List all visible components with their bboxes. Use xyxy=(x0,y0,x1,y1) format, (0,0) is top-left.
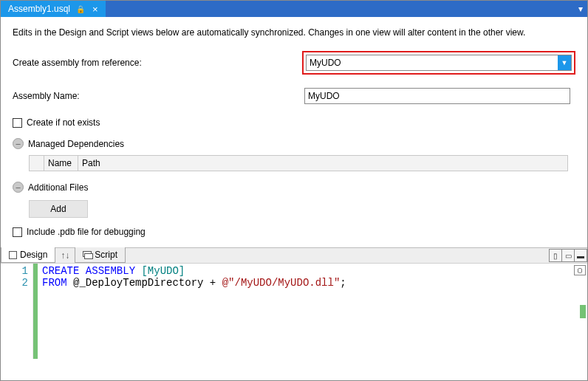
split-layout-buttons: ▯ ▭ ▬ xyxy=(550,248,587,263)
reference-highlight: MyUDO ▼ xyxy=(302,51,575,75)
kw-assembly: ASSEMBLY xyxy=(86,265,135,277)
split-vertical-icon[interactable]: ▯ xyxy=(549,249,562,262)
dependencies-grid-header: Name Path xyxy=(29,155,568,171)
assembly-name-label: Assembly Name: xyxy=(13,91,304,101)
document-tab-active[interactable]: Assembly1.usql 🔒 × xyxy=(1,1,106,17)
lock-icon: 🔒 xyxy=(76,5,85,13)
kw-from: FROM xyxy=(42,277,67,289)
include-pdb-label: Include .pdb file for debugging xyxy=(27,227,146,237)
tab-script[interactable]: Script xyxy=(75,247,126,263)
variable-ref: @_DeployTempDirectory xyxy=(73,277,203,289)
grid-col-name[interactable]: Name xyxy=(44,156,78,171)
add-button[interactable]: Add xyxy=(29,200,88,218)
design-pane: Edits in the Design and Script views bel… xyxy=(1,17,587,247)
collapse-icon[interactable]: – xyxy=(13,138,24,149)
tab-design[interactable]: Design xyxy=(1,247,55,263)
design-icon xyxy=(9,251,17,259)
assembly-name-input[interactable] xyxy=(304,88,570,104)
create-if-not-exists-label: Create if not exists xyxy=(27,117,100,128)
assembly-identifier: [MyUDO] xyxy=(141,265,185,277)
code-area[interactable]: CREATE ASSEMBLY [MyUDO] FROM @_DeployTem… xyxy=(38,264,346,359)
expand-editor-icon[interactable]: ▢ xyxy=(574,265,586,275)
grid-col-path[interactable]: Path xyxy=(78,156,567,171)
tab-title: Assembly1.usql xyxy=(8,4,70,14)
script-icon xyxy=(83,251,92,258)
split-tab-bar: Design ↑↓ Script ▯ ▭ ▬ xyxy=(1,247,587,263)
reference-combobox[interactable]: MyUDO ▼ xyxy=(306,55,572,71)
string-literal: @"/MyUDO/MyUDO.dll" xyxy=(222,277,341,289)
scroll-change-indicator xyxy=(580,305,586,318)
split-collapse-icon[interactable]: ▬ xyxy=(574,249,587,262)
reference-label: Create assembly from reference: xyxy=(13,58,302,68)
line-gutter: 1 2 xyxy=(1,264,33,359)
swap-panes-icon[interactable]: ↑↓ xyxy=(55,248,75,263)
create-if-not-exists-checkbox[interactable] xyxy=(13,118,22,128)
kw-create: CREATE xyxy=(42,265,79,277)
document-tab-strip: Assembly1.usql 🔒 × ▾ xyxy=(1,1,587,17)
grid-selector-col xyxy=(30,156,44,171)
tab-overflow-icon[interactable]: ▾ xyxy=(574,1,587,17)
split-horizontal-icon[interactable]: ▭ xyxy=(561,249,575,262)
include-pdb-checkbox[interactable] xyxy=(13,227,22,237)
additional-files-label: Additional Files xyxy=(28,182,88,193)
line-number: 1 xyxy=(1,265,28,277)
chevron-down-icon[interactable]: ▼ xyxy=(558,55,571,70)
reference-value: MyUDO xyxy=(310,58,341,68)
collapse-icon[interactable]: – xyxy=(13,182,24,193)
line-number: 2 xyxy=(1,277,28,289)
script-editor[interactable]: 1 2 CREATE ASSEMBLY [MyUDO] FROM @_Deplo… xyxy=(1,263,587,359)
sync-info-text: Edits in the Design and Script views bel… xyxy=(13,27,575,38)
close-icon[interactable]: × xyxy=(91,4,100,14)
managed-dependencies-label: Managed Dependencies xyxy=(28,139,124,149)
